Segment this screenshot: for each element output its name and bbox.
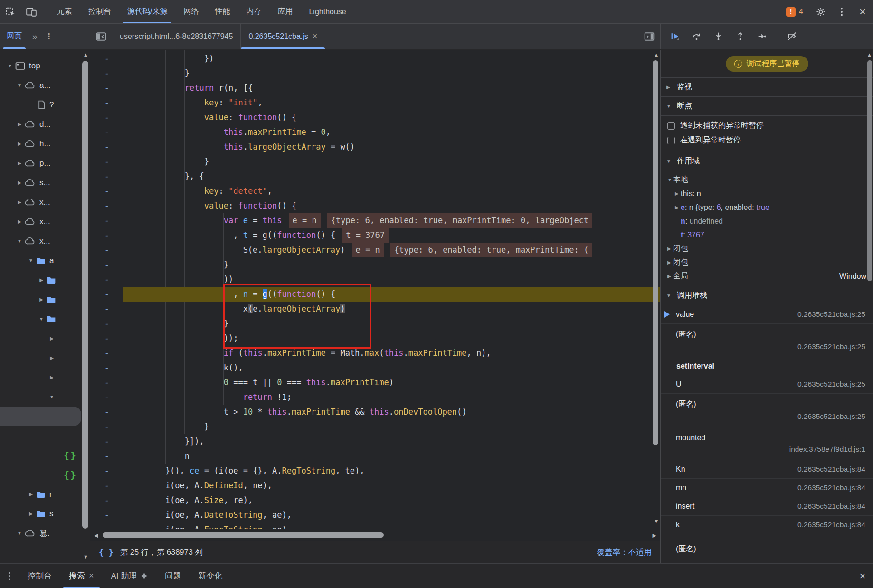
drawer-tab-搜索[interactable]: 搜索× xyxy=(60,564,103,588)
callstack-frame[interactable]: mn0.2635c521cba.js:84 xyxy=(661,479,873,497)
section-watch[interactable]: ▶ 监视 xyxy=(661,78,873,97)
file-tab[interactable]: userscript.html...6-8e2831677945 xyxy=(112,24,241,49)
line-gutter[interactable]: - xyxy=(90,434,123,449)
scroll-up-icon[interactable]: ▲ xyxy=(655,52,658,57)
hscrollbar-thumb[interactable] xyxy=(103,532,384,538)
file-tab[interactable]: 0.2635c521cba.js× xyxy=(241,24,325,49)
editor-vscrollbar[interactable] xyxy=(653,60,658,445)
line-gutter[interactable]: - xyxy=(90,478,123,493)
panel-scrollbar[interactable] xyxy=(867,60,872,281)
scroll-up-icon[interactable]: ▲ xyxy=(867,52,872,57)
line-gutter[interactable]: - xyxy=(90,405,123,419)
tree-row[interactable]: ▶ xyxy=(0,329,90,348)
scroll-left-icon[interactable]: ◀ xyxy=(94,533,98,538)
line-gutter[interactable]: - xyxy=(90,199,123,213)
callstack-frame[interactable]: (匿名) xyxy=(661,534,873,563)
hide-navigator-icon[interactable] xyxy=(90,24,112,49)
line-gutter[interactable]: - xyxy=(90,508,123,522)
code-line-text[interactable]: , t = g((function() {t = 3767 xyxy=(123,228,660,243)
line-gutter[interactable]: - xyxy=(90,257,123,272)
code-line-text[interactable]: } xyxy=(123,257,660,272)
code-line-text[interactable]: var e = thise = n{type: 6, enabled: true… xyxy=(123,213,660,228)
line-gutter[interactable]: - xyxy=(90,125,123,140)
line-gutter[interactable]: - xyxy=(90,66,123,81)
line-gutter[interactable]: - xyxy=(90,51,123,66)
code-line-text[interactable]: )); xyxy=(123,331,660,346)
callstack-frame[interactable]: mountedindex.3758e7f9d1d.js:1 xyxy=(661,427,873,460)
drawer-tab-新变化[interactable]: 新变化 xyxy=(190,564,231,588)
tab-性能[interactable]: 性能 xyxy=(207,0,238,23)
code-line-text[interactable]: }) xyxy=(123,51,660,66)
code-line-text[interactable]: i(oe, A.DefineId, ne), xyxy=(123,478,660,493)
code-line-text[interactable]: i(oe, A.FuncToString, se) xyxy=(123,522,660,529)
tree-row[interactable]: ▶ xyxy=(0,290,90,309)
callstack-frame[interactable]: k0.2635c521cba.js:84 xyxy=(661,516,873,534)
callstack-frame[interactable]: (匿名)0.2635c521cba.js:25 xyxy=(661,324,873,357)
tree-row[interactable]: ▼篡. xyxy=(0,523,90,543)
more-tabs-chevron-icon[interactable]: » xyxy=(28,31,40,42)
code-line-text[interactable]: t > 10 * this.maxPrintTime && this.onDev… xyxy=(123,405,660,419)
line-gutter[interactable]: - xyxy=(90,316,123,331)
scroll-down-icon[interactable]: ▼ xyxy=(83,554,88,560)
step-into-icon[interactable] xyxy=(708,31,728,41)
code-line-text[interactable]: S(e.largeObjectArray)e = n{type: 6, enab… xyxy=(123,243,660,257)
tab-元素[interactable]: 元素 xyxy=(49,0,80,23)
tab-源代码/来源[interactable]: 源代码/来源 xyxy=(119,0,175,23)
deactivate-breakpoints-icon[interactable] xyxy=(782,31,802,41)
line-gutter[interactable]: - xyxy=(90,522,123,529)
code-line-text[interactable]: } xyxy=(123,154,660,169)
code-line-text[interactable]: )) xyxy=(123,272,660,287)
line-gutter[interactable]: - xyxy=(90,287,123,302)
tree-row[interactable]: ▶s... xyxy=(0,173,90,192)
coverage-status[interactable]: 覆盖率：不适用 xyxy=(597,547,652,558)
code-line-text[interactable]: return r(n, [{ xyxy=(123,81,660,95)
code-line-text[interactable]: }]), xyxy=(123,434,660,449)
line-gutter[interactable]: - xyxy=(90,184,123,199)
code-area[interactable]: - })- }- return r(n, [{- key: "init",- v… xyxy=(90,50,660,529)
close-search-icon[interactable]: × xyxy=(89,571,94,581)
code-line-text[interactable]: n xyxy=(123,449,660,464)
step-over-icon[interactable] xyxy=(686,31,706,41)
section-breakpoints[interactable]: ▼ 断点 xyxy=(661,97,873,116)
line-gutter[interactable]: - xyxy=(90,169,123,184)
scroll-down-icon[interactable]: ▼ xyxy=(655,519,658,524)
line-gutter[interactable]: - xyxy=(90,81,123,95)
code-line-text[interactable]: } xyxy=(123,316,660,331)
step-icon[interactable] xyxy=(752,31,772,41)
close-tab-icon[interactable]: × xyxy=(313,31,318,41)
code-line-text[interactable]: key: "init", xyxy=(123,95,660,110)
scroll-up-icon[interactable]: ▲ xyxy=(83,52,88,57)
scope-variable[interactable]: ▶this: n xyxy=(661,187,873,200)
tab-内存[interactable]: 内存 xyxy=(238,0,269,23)
tab-应用[interactable]: 应用 xyxy=(269,0,301,23)
tree-row[interactable]: ▼ xyxy=(0,309,90,329)
scope-group-闭包[interactable]: ▶闭包 xyxy=(661,242,873,256)
navigator-menu-icon[interactable]: ⋮ xyxy=(40,31,58,41)
line-gutter[interactable]: - xyxy=(90,331,123,346)
editor-hscrollbar[interactable]: ◀ ▶ xyxy=(90,529,660,541)
drawer-tab-控制台[interactable]: 控制台 xyxy=(19,564,60,588)
line-gutter[interactable]: - xyxy=(90,110,123,125)
line-gutter[interactable]: - xyxy=(90,140,123,154)
line-gutter[interactable]: - xyxy=(90,346,123,360)
code-line-text[interactable]: key: "detect", xyxy=(123,184,660,199)
scope-variable[interactable]: n: undefined xyxy=(661,214,873,228)
step-out-icon[interactable] xyxy=(730,31,750,41)
scope-variable[interactable]: ▶e: n {type: 6, enabled: true xyxy=(661,200,873,214)
tree-row[interactable]: ▶x... xyxy=(0,192,90,212)
pretty-print-icon[interactable]: { } xyxy=(99,548,114,557)
code-line-text[interactable]: } xyxy=(123,419,660,434)
tree-row[interactable]: ▶ xyxy=(0,348,90,368)
scope-group-全局[interactable]: ▶全局Window xyxy=(661,269,873,283)
scope-group-闭包[interactable]: ▶闭包 xyxy=(661,256,873,269)
tab-控制台[interactable]: 控制台 xyxy=(80,0,119,23)
code-line-text[interactable]: }, { xyxy=(123,169,660,184)
code-line-text[interactable]: this.maxPrintTime = 0, xyxy=(123,125,660,140)
line-gutter[interactable]: - xyxy=(90,449,123,464)
tree-row[interactable]: ▶d... xyxy=(0,114,90,134)
tree-row[interactable]: ▼a... xyxy=(0,76,90,95)
code-line-text[interactable]: if (this.maxPrintTime = Math.max(this.ma… xyxy=(123,346,660,360)
code-line-text[interactable]: , n = g((function() { xyxy=(123,287,660,302)
line-gutter[interactable]: - xyxy=(90,360,123,375)
callstack-frame[interactable]: insert0.2635c521cba.js:84 xyxy=(661,497,873,516)
